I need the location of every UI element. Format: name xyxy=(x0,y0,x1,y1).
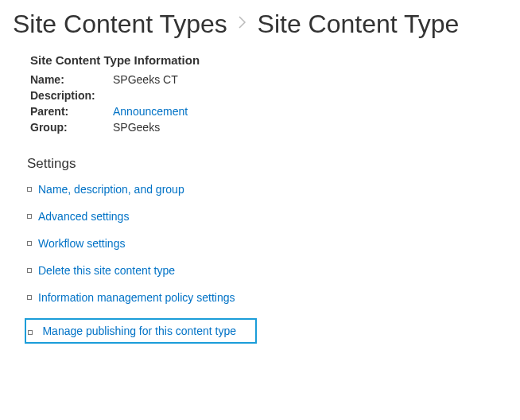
bullet-icon xyxy=(27,241,32,246)
settings-item-info-mgmt: Information management policy settings xyxy=(27,291,507,304)
bullet-icon xyxy=(27,295,32,300)
settings-item-advanced: Advanced settings xyxy=(27,210,507,223)
settings-item-manage-publishing: Manage publishing for this content type xyxy=(27,318,507,344)
highlight-box: Manage publishing for this content type xyxy=(25,318,257,344)
settings-link-manage-publishing[interactable]: Manage publishing for this content type xyxy=(42,325,236,337)
group-label: Group: xyxy=(30,119,110,135)
settings-link-advanced[interactable]: Advanced settings xyxy=(38,210,129,223)
settings-list: Name, description, and group Advanced se… xyxy=(27,183,507,344)
group-value: SPGeeks xyxy=(110,119,188,135)
settings-item-delete: Delete this site content type xyxy=(27,264,507,277)
description-label: Description: xyxy=(30,88,110,103)
settings-link-info-mgmt[interactable]: Information management policy settings xyxy=(38,291,235,304)
bullet-icon xyxy=(28,330,33,335)
settings-item-workflow: Workflow settings xyxy=(27,237,507,250)
name-value: SPGeeks CT xyxy=(110,72,188,88)
name-label: Name: xyxy=(30,72,110,88)
settings-item-name-desc-group: Name, description, and group xyxy=(27,183,507,196)
parent-link[interactable]: Announcement xyxy=(113,105,188,118)
bullet-icon xyxy=(27,214,32,219)
settings-heading: Settings xyxy=(27,156,507,172)
bullet-icon xyxy=(27,187,32,192)
description-value xyxy=(110,88,188,103)
breadcrumb: Site Content Types Site Content Type xyxy=(13,10,507,39)
info-heading: Site Content Type Information xyxy=(30,53,507,67)
bullet-icon xyxy=(27,268,32,273)
settings-link-name-desc-group[interactable]: Name, description, and group xyxy=(38,183,184,196)
chevron-right-icon xyxy=(238,14,247,34)
settings-link-workflow[interactable]: Workflow settings xyxy=(38,237,125,250)
breadcrumb-current: Site Content Type xyxy=(258,10,460,38)
info-table: Name: SPGeeks CT Description: Parent: An… xyxy=(30,72,188,135)
breadcrumb-parent-link[interactable]: Site Content Types xyxy=(13,10,227,38)
settings-link-delete[interactable]: Delete this site content type xyxy=(38,264,175,277)
parent-label: Parent: xyxy=(30,103,110,119)
